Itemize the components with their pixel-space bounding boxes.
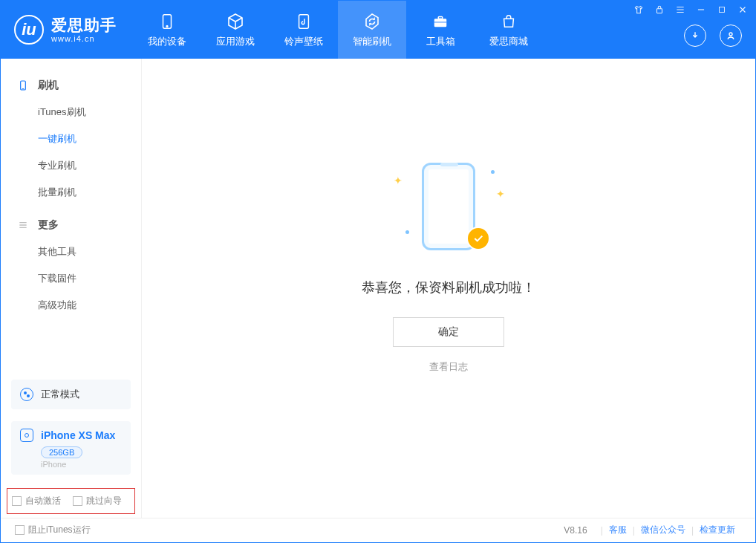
brand-logo-icon: iu bbox=[14, 15, 44, 45]
skip-guide-checkbox[interactable]: 跳过向导 bbox=[73, 495, 122, 507]
view-logs-link[interactable]: 查看日志 bbox=[429, 360, 468, 374]
auto-activate-checkbox[interactable]: 自动激活 bbox=[12, 495, 61, 507]
lock-icon[interactable] bbox=[654, 4, 665, 15]
nav-label: 工具箱 bbox=[426, 35, 455, 48]
dot-icon bbox=[491, 170, 495, 174]
nav-apps-games[interactable]: 应用游戏 bbox=[201, 1, 270, 59]
sparkle-icon: ✦ bbox=[496, 188, 505, 200]
sidebar: 刷机 iTunes刷机 一键刷机 专业刷机 批量刷机 更多 其他工具 下载固件 … bbox=[1, 59, 142, 518]
customer-service-link[interactable]: 客服 bbox=[609, 524, 627, 536]
maximize-icon[interactable] bbox=[717, 4, 727, 15]
result-title: 恭喜您，保资料刷机成功啦！ bbox=[362, 279, 535, 296]
wechat-link[interactable]: 微信公众号 bbox=[641, 524, 685, 536]
svg-rect-4 bbox=[438, 16, 443, 19]
checkbox-label: 跳过向导 bbox=[86, 495, 122, 507]
sidebar-section-title: 刷机 bbox=[38, 79, 59, 92]
sparkle-icon: ✦ bbox=[394, 175, 403, 186]
dot-icon bbox=[405, 230, 409, 234]
sync-hex-icon bbox=[362, 12, 382, 31]
checkbox-label: 阻止iTunes运行 bbox=[28, 524, 91, 536]
sidebar-section-flash: 刷机 bbox=[1, 72, 141, 99]
bag-icon bbox=[499, 12, 518, 31]
device-icon bbox=[17, 79, 29, 91]
svg-rect-2 bbox=[299, 14, 309, 27]
sidebar-item-pro-flash[interactable]: 专业刷机 bbox=[1, 152, 141, 179]
separator: | bbox=[633, 525, 635, 536]
nav-my-device[interactable]: 我的设备 bbox=[133, 1, 201, 59]
normal-mode-icon bbox=[20, 388, 33, 401]
sidebar-item-download-firmware[interactable]: 下载固件 bbox=[1, 265, 141, 292]
nav-smart-flash[interactable]: 智能刷机 bbox=[338, 1, 406, 59]
status-bar: 阻止iTunes运行 V8.16 | 客服 | 微信公众号 | 检查更新 bbox=[1, 518, 755, 542]
main-content: ✦ ✦ 恭喜您，保资料刷机成功啦！ 确定 查看日志 bbox=[142, 59, 755, 518]
ok-button[interactable]: 确定 bbox=[393, 317, 504, 347]
highlighted-options: 自动激活 跳过向导 bbox=[7, 488, 135, 514]
menu-icon[interactable] bbox=[675, 4, 685, 15]
svg-point-8 bbox=[729, 33, 732, 36]
nav-label: 我的设备 bbox=[148, 35, 186, 48]
cube-icon bbox=[226, 12, 245, 31]
nav-ringtones-wallpapers[interactable]: 铃声壁纸 bbox=[270, 1, 338, 59]
phone-icon bbox=[157, 12, 177, 31]
device-name: iPhone XS Max bbox=[41, 429, 115, 441]
device-mode-label: 正常模式 bbox=[41, 388, 79, 401]
block-itunes-checkbox[interactable]: 阻止iTunes运行 bbox=[15, 524, 91, 536]
minimize-icon[interactable] bbox=[696, 4, 706, 15]
svg-point-1 bbox=[166, 25, 168, 27]
device-mode-card[interactable]: 正常模式 bbox=[11, 380, 131, 409]
device-card[interactable]: iPhone XS Max 256GB iPhone bbox=[11, 421, 131, 475]
nav-label: 智能刷机 bbox=[353, 35, 391, 48]
sidebar-item-advanced[interactable]: 高级功能 bbox=[1, 292, 141, 319]
checkbox-icon bbox=[12, 496, 22, 506]
window-controls bbox=[633, 4, 748, 15]
svg-rect-7 bbox=[720, 7, 725, 13]
device-type: iPhone bbox=[41, 460, 122, 469]
result-panel: ✦ ✦ 恭喜您，保资料刷机成功啦！ 确定 查看日志 bbox=[362, 160, 535, 374]
success-badge-icon bbox=[466, 227, 490, 250]
separator: | bbox=[601, 525, 603, 536]
phone-small-icon bbox=[20, 429, 33, 442]
briefcase-icon bbox=[431, 12, 450, 31]
sidebar-section-more: 更多 bbox=[1, 212, 141, 238]
version-label: V8.16 bbox=[564, 525, 587, 536]
download-button[interactable] bbox=[684, 25, 706, 47]
brand: iu 爱思助手 www.i4.cn bbox=[1, 1, 133, 59]
svg-rect-3 bbox=[434, 19, 447, 27]
checkbox-icon bbox=[73, 496, 82, 506]
nav-label: 爱思商城 bbox=[489, 35, 528, 48]
sidebar-item-one-click-flash[interactable]: 一键刷机 bbox=[1, 126, 141, 152]
sidebar-item-other-tools[interactable]: 其他工具 bbox=[1, 238, 141, 265]
music-file-icon bbox=[294, 12, 313, 31]
nav-store[interactable]: 爱思商城 bbox=[475, 1, 543, 59]
sidebar-item-batch-flash[interactable]: 批量刷机 bbox=[1, 179, 141, 206]
shirt-icon[interactable] bbox=[633, 4, 644, 15]
sidebar-section-title: 更多 bbox=[38, 218, 59, 232]
success-illustration: ✦ ✦ bbox=[389, 160, 508, 256]
separator: | bbox=[691, 525, 694, 536]
nav-label: 应用游戏 bbox=[216, 35, 255, 48]
nav-label: 铃声壁纸 bbox=[284, 35, 323, 48]
brand-title: 爱思助手 bbox=[51, 16, 117, 33]
sidebar-item-itunes-flash[interactable]: iTunes刷机 bbox=[1, 99, 141, 126]
svg-rect-5 bbox=[434, 22, 447, 22]
nav-toolbox[interactable]: 工具箱 bbox=[406, 1, 475, 59]
svg-rect-6 bbox=[657, 9, 662, 13]
account-button[interactable] bbox=[720, 25, 742, 47]
list-icon bbox=[17, 219, 29, 231]
main-nav: 我的设备 应用游戏 铃声壁纸 智能刷机 bbox=[133, 1, 543, 59]
checkbox-icon bbox=[15, 525, 25, 535]
close-icon[interactable] bbox=[737, 4, 748, 15]
brand-subtitle: www.i4.cn bbox=[51, 34, 117, 43]
titlebar: iu 爱思助手 www.i4.cn 我的设备 应用游戏 bbox=[1, 1, 755, 59]
checkbox-label: 自动激活 bbox=[25, 495, 61, 507]
check-update-link[interactable]: 检查更新 bbox=[700, 524, 735, 536]
device-capacity: 256GB bbox=[41, 446, 82, 458]
